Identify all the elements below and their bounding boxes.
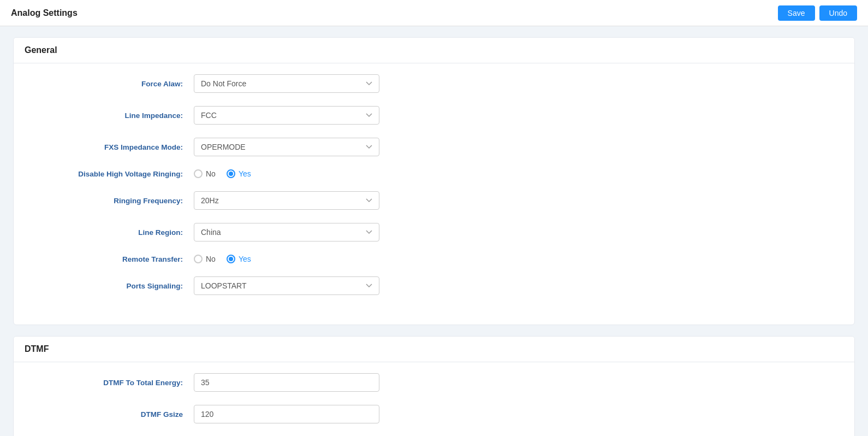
line-impedance-label: Line Impedance: (30, 111, 194, 120)
general-section-header: General (14, 38, 854, 63)
undo-button[interactable]: Undo (819, 5, 857, 21)
ringing-frequency-select[interactable]: 20Hz 25Hz 50Hz (194, 191, 379, 210)
dtmf-section-header: DTMF (14, 337, 854, 362)
disable-high-voltage-ringing-label: Disable High Voltage Ringing: (30, 170, 194, 178)
disable-high-voltage-ringing-no-input[interactable] (194, 169, 203, 178)
line-region-select[interactable]: China USA Europe (194, 223, 379, 241)
general-section-card: General Force Alaw: Do Not Force Force A… (13, 37, 855, 325)
ports-signaling-wrapper: LOOPSTART GROUNDSTART KEWLSTART (194, 276, 379, 295)
dtmf-to-total-energy-label: DTMF To Total Energy: (30, 379, 194, 387)
page-title: Analog Settings (11, 8, 78, 18)
remote-transfer-yes-input[interactable] (227, 255, 235, 263)
force-alaw-label: Force Alaw: (30, 80, 194, 88)
remote-transfer-yes-label: Yes (239, 255, 251, 263)
line-impedance-select[interactable]: FCC 600R 900R TBR21 (194, 106, 379, 125)
line-impedance-wrapper: FCC 600R 900R TBR21 (194, 106, 379, 125)
save-button[interactable]: Save (778, 5, 815, 21)
disable-high-voltage-ringing-no-label: No (206, 169, 216, 178)
remote-transfer-row: Remote Transfer: No Yes (30, 255, 838, 263)
top-bar: Analog Settings Save Undo (0, 0, 868, 26)
dtmf-to-total-energy-wrapper (194, 373, 379, 392)
main-content: General Force Alaw: Do Not Force Force A… (0, 26, 868, 436)
dtmf-to-total-energy-input[interactable] (194, 373, 379, 392)
disable-high-voltage-ringing-radio-group: No Yes (194, 169, 379, 178)
dtmf-gsize-input[interactable] (194, 405, 379, 423)
remote-transfer-no[interactable]: No (194, 255, 216, 263)
force-alaw-wrapper: Do Not Force Force Alaw Force Ulaw (194, 74, 379, 93)
disable-high-voltage-ringing-yes-input[interactable] (227, 169, 235, 178)
line-region-label: Line Region: (30, 228, 194, 237)
top-bar-actions: Save Undo (778, 5, 857, 21)
force-alaw-row: Force Alaw: Do Not Force Force Alaw Forc… (30, 74, 838, 93)
disable-high-voltage-ringing-row: Disable High Voltage Ringing: No Yes (30, 169, 838, 178)
disable-high-voltage-ringing-yes-label: Yes (239, 169, 251, 178)
fxs-impedance-mode-select[interactable]: OPERMODE BRIDGEMODE (194, 138, 379, 156)
line-region-wrapper: China USA Europe (194, 223, 379, 241)
ringing-frequency-wrapper: 20Hz 25Hz 50Hz (194, 191, 379, 210)
remote-transfer-wrapper: No Yes (194, 255, 379, 263)
ports-signaling-label: Ports Signaling: (30, 282, 194, 290)
remote-transfer-no-label: No (206, 255, 216, 263)
disable-high-voltage-ringing-wrapper: No Yes (194, 169, 379, 178)
fxs-impedance-mode-label: FXS Impedance Mode: (30, 143, 194, 151)
disable-high-voltage-ringing-no[interactable]: No (194, 169, 216, 178)
ringing-frequency-label: Ringing Frequency: (30, 197, 194, 205)
remote-transfer-radio-group: No Yes (194, 255, 379, 263)
line-region-row: Line Region: China USA Europe (30, 223, 838, 241)
ports-signaling-row: Ports Signaling: LOOPSTART GROUNDSTART K… (30, 276, 838, 295)
dtmf-section-body: DTMF To Total Energy: DTMF Gsize DTMF Th… (14, 362, 854, 436)
disable-high-voltage-ringing-yes[interactable]: Yes (227, 169, 251, 178)
fxs-impedance-mode-wrapper: OPERMODE BRIDGEMODE (194, 138, 379, 156)
remote-transfer-no-input[interactable] (194, 255, 203, 263)
dtmf-to-total-energy-row: DTMF To Total Energy: (30, 373, 838, 392)
dtmf-gsize-label: DTMF Gsize (30, 410, 194, 419)
general-section-body: Force Alaw: Do Not Force Force Alaw Forc… (14, 63, 854, 325)
dtmf-section-card: DTMF DTMF To Total Energy: DTMF Gsize DT… (13, 336, 855, 436)
remote-transfer-label: Remote Transfer: (30, 255, 194, 263)
line-impedance-row: Line Impedance: FCC 600R 900R TBR21 (30, 106, 838, 125)
remote-transfer-yes[interactable]: Yes (227, 255, 251, 263)
fxs-impedance-mode-row: FXS Impedance Mode: OPERMODE BRIDGEMODE (30, 138, 838, 156)
force-alaw-select[interactable]: Do Not Force Force Alaw Force Ulaw (194, 74, 379, 93)
dtmf-gsize-wrapper (194, 405, 379, 423)
ringing-frequency-row: Ringing Frequency: 20Hz 25Hz 50Hz (30, 191, 838, 210)
ports-signaling-select[interactable]: LOOPSTART GROUNDSTART KEWLSTART (194, 276, 379, 295)
dtmf-gsize-row: DTMF Gsize (30, 405, 838, 423)
